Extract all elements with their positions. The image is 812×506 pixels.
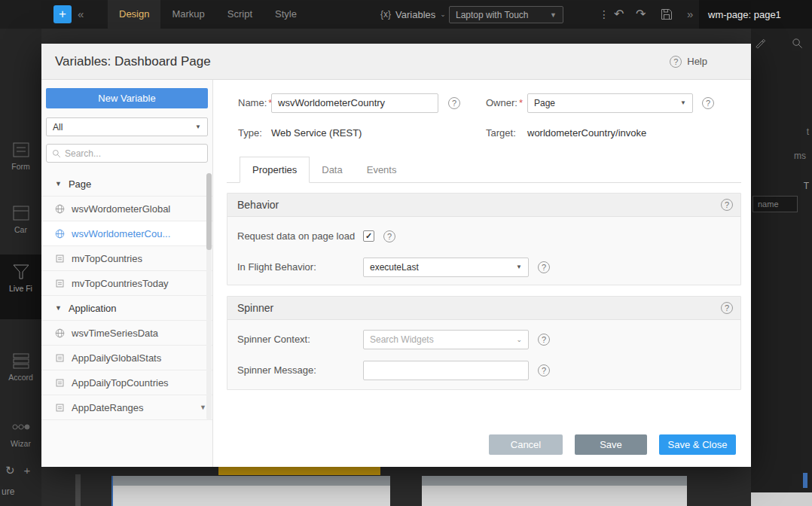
clipped-input-text: name [758, 200, 779, 209]
tree-item-label: wsvWordometerGlobal [72, 203, 170, 215]
variable-detail: Name:* ? Owner:* Page ▼ ? Type: Web Serv… [214, 80, 751, 467]
help-button[interactable]: ? Help [670, 56, 707, 68]
tab-data[interactable]: Data [310, 157, 354, 182]
page-title: wm-page: page1 [699, 0, 812, 29]
variable-name-input[interactable] [271, 93, 438, 113]
tab-markup[interactable]: Markup [160, 0, 215, 29]
variables-tree: ▼ Page wsvWordometerGlobal wsvWorldomete… [41, 172, 212, 467]
search-icon [52, 149, 61, 158]
behavior-section: Behavior ? Request data on page load ✓ ?… [227, 193, 741, 285]
tree-item-label: AppDailyGlobalStats [72, 352, 161, 364]
dialog-title: Variables: Dashboard Page [55, 54, 211, 69]
spinner-title: Spinner [237, 302, 273, 314]
tab-properties[interactable]: Properties [240, 157, 310, 183]
webservice-icon [55, 328, 65, 338]
tab-script[interactable]: Script [216, 0, 264, 29]
save-button[interactable]: Save [575, 434, 647, 455]
save-close-button[interactable]: Save & Close [659, 434, 736, 455]
page-title-label: wm-page: page1 [708, 9, 781, 20]
model-variable-icon [55, 403, 65, 413]
palette-item-wizard[interactable]: Wizar [0, 419, 41, 448]
widget-palette: Form Car Live Fi Accord Wizar ↻ + [0, 29, 41, 506]
help-icon[interactable]: ? [721, 199, 733, 211]
clipped-text: t [807, 126, 809, 137]
palette-item-accordion[interactable]: Accord [0, 352, 41, 382]
tree-item-label: wsvWorldometerCou... [72, 228, 170, 239]
behavior-title: Behavior [237, 199, 279, 211]
refresh-icon[interactable]: ↻ [5, 464, 15, 477]
expand-right-icon[interactable]: » [687, 0, 693, 29]
tree-item-label: AppDateRanges [72, 402, 143, 413]
variables-sidebar: New Variable All ▼ ▼ Page wsvWordometerG… [41, 80, 213, 467]
spinner-context-select[interactable]: Search Widgets ⌄ [363, 330, 529, 349]
variable-item[interactable]: AppDailyGlobalStats [41, 346, 212, 370]
topbar: + « Design Markup Script Style {x} Varia… [0, 0, 812, 29]
spinner-message-input[interactable] [363, 361, 529, 380]
plus-icon: + [59, 7, 66, 22]
canvas-fragment [111, 476, 390, 506]
help-icon[interactable]: ? [721, 302, 733, 314]
new-variable-button[interactable]: New Variable [46, 88, 208, 108]
tree-item-label: AppDailyTopCountries [72, 377, 169, 389]
variable-filter-value: All [53, 122, 63, 133]
redo-icon[interactable]: ↷ [636, 0, 646, 29]
tab-style[interactable]: Style [264, 0, 308, 29]
variable-group-page[interactable]: ▼ Page [41, 172, 212, 197]
clipped-input[interactable]: name [752, 196, 798, 212]
tab-design[interactable]: Design [108, 0, 160, 29]
variable-item[interactable]: wsvWordometerGlobal [41, 197, 212, 221]
help-icon[interactable]: ? [383, 230, 395, 242]
palette-item-label: Live Fi [9, 284, 32, 293]
owner-select[interactable]: Page ▼ [527, 93, 693, 113]
scroll-down-icon[interactable]: ▼ [200, 404, 206, 411]
search-input[interactable] [65, 148, 202, 159]
cancel-button[interactable]: Cancel [489, 434, 563, 455]
palette-item-live-filter[interactable]: Live Fi [0, 264, 41, 293]
help-icon[interactable]: ? [538, 261, 550, 273]
add-icon[interactable]: + [24, 464, 31, 477]
target-value: worldometerCountry/invoke [527, 127, 646, 139]
spinner-section-header: Spinner ? [227, 297, 740, 320]
palette-item-card[interactable]: Car [0, 205, 41, 234]
variables-menu[interactable]: {x} Variables ⌄ [380, 0, 446, 29]
tab-events[interactable]: Events [355, 157, 409, 182]
help-icon[interactable]: ? [702, 97, 714, 109]
spinner-section-body: Spinner Context: Search Widgets ⌄ ? Spin… [227, 320, 740, 380]
palette-item-label: Accord [8, 373, 33, 382]
fx-icon: {x} [380, 9, 391, 20]
palette-item-form[interactable]: Form [0, 142, 41, 171]
variable-item[interactable]: AppDateRanges [41, 395, 212, 420]
help-icon[interactable]: ? [538, 334, 550, 346]
variable-group-application[interactable]: ▼ Application [41, 296, 212, 321]
scrollbar-track[interactable] [206, 173, 212, 420]
canvas-scrollbar[interactable] [803, 473, 807, 488]
request-data-checkbox[interactable]: ✓ [363, 230, 374, 242]
undo-icon[interactable]: ↶ [614, 0, 624, 29]
detail-tabs: Properties Data Events [227, 155, 741, 183]
variable-item-selected[interactable]: wsvWorldometerCou... [41, 221, 212, 246]
scrollbar-thumb[interactable] [206, 173, 212, 250]
pencil-icon[interactable] [755, 38, 766, 49]
palette-footer: ↻ + [0, 464, 41, 477]
save-icon[interactable] [661, 8, 673, 20]
webservice-icon [55, 204, 65, 214]
spinner-context-row: Spinner Context: Search Widgets ⌄ ? [237, 329, 731, 349]
variables-dialog: Variables: Dashboard Page ? Help New Var… [41, 44, 751, 467]
inflight-select[interactable]: executeLast ▼ [363, 258, 529, 277]
collapse-left-icon[interactable]: « [78, 0, 84, 29]
add-button[interactable]: + [53, 5, 72, 23]
search-icon[interactable] [792, 38, 803, 49]
help-icon[interactable]: ? [448, 97, 460, 109]
help-icon[interactable]: ? [538, 364, 550, 376]
inflight-label: In Flight Behavior: [237, 261, 363, 273]
model-variable-icon [55, 254, 65, 264]
variable-item[interactable]: AppDailyTopCountries [41, 370, 212, 395]
variable-item[interactable]: wsvTimeSeriesData [41, 321, 212, 346]
variable-item[interactable]: mvTopCountries [41, 246, 212, 271]
inflight-select-value: executeLast [370, 262, 419, 273]
clipped-text: ms [794, 151, 806, 161]
device-selector[interactable]: Laptop with Touch ▼ [449, 6, 563, 23]
variable-filter-select[interactable]: All ▼ [46, 117, 208, 136]
more-menu-icon[interactable]: ⋮ [599, 0, 609, 29]
variable-item[interactable]: mvTopCountriesToday [41, 271, 212, 296]
